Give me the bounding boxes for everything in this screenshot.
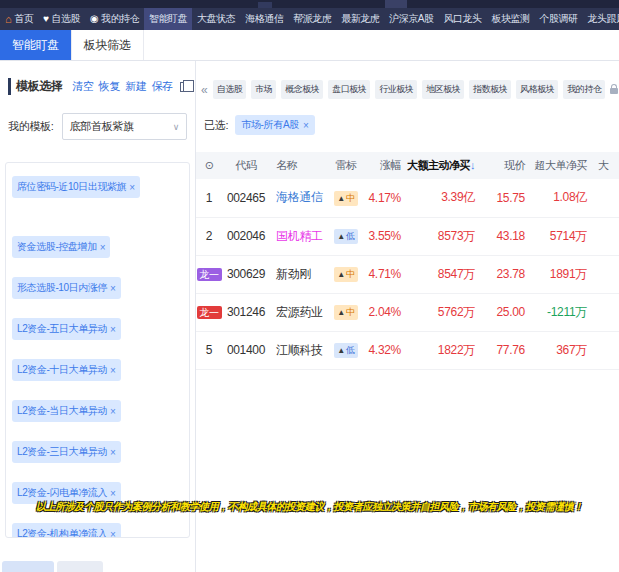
nav-label: 沪深京A股 (389, 12, 433, 26)
tag-remove-icon[interactable]: × (110, 365, 115, 376)
portfolio-icon: ◉ (90, 14, 98, 24)
tag-remove-icon[interactable]: × (110, 447, 115, 458)
template-select[interactable]: 底部首板紫旗 ∨ (62, 113, 187, 140)
table-row[interactable]: 龙一 300629 新劲刚 ▲中 4.71% 8547万 23.78 1891万 (196, 255, 619, 293)
sub-tab-bar: 智能盯盘 板块筛选 (0, 30, 619, 61)
nav-item-latest-longhu[interactable]: 最新龙虎 (336, 8, 384, 30)
market-tab-market[interactable]: 市场 (251, 80, 276, 99)
nav-item-portfolio[interactable]: ◉ 我的持仓 (85, 8, 144, 30)
risk-badge: ▲低 (334, 229, 357, 244)
nav-item-home[interactable]: ⌂ 首页 (0, 8, 38, 30)
market-tab-concept[interactable]: 概念板块 (281, 80, 323, 99)
tab-smart-monitor[interactable]: 智能盯盘 (0, 30, 72, 60)
super-net-buy: 1.08亿 (553, 190, 587, 204)
col-super-net-buy[interactable]: 超大单净买 (530, 152, 592, 179)
market-tab-style[interactable]: 风格板块 (516, 80, 558, 99)
col-price[interactable]: 现价 (480, 152, 530, 179)
my-template-label: 我的模板: (8, 119, 54, 134)
nav-label: 海格通信 (245, 12, 283, 26)
tag-label: L2资金-闪电单净流入 (17, 486, 107, 500)
tag-remove-icon[interactable]: × (129, 182, 134, 193)
nav-label: 板块监测 (492, 12, 530, 26)
big-net-buy: 3.39亿 (441, 190, 475, 204)
tag-remove-icon[interactable]: × (110, 283, 115, 294)
selected-filter-chip[interactable]: 市场-所有A股 × (235, 115, 314, 135)
filter-tag[interactable]: L2资金-五日大单异动 × (12, 318, 121, 340)
col-change[interactable]: 涨幅 (364, 152, 406, 179)
market-tab-region[interactable]: 地区板块 (422, 80, 464, 99)
filter-tag[interactable]: 席位密码-近10日出现紫旗 × (12, 176, 140, 198)
stock-code: 300629 (227, 267, 265, 281)
change-pct: 4.32% (368, 343, 401, 357)
filter-tag[interactable]: L2资金-三日大单异动 × (12, 441, 121, 463)
filter-tag[interactable]: L2资金-机构单净流入 × (12, 523, 121, 538)
risk-level: 低 (346, 230, 355, 243)
template-panel: 模板选择 清空 恢复 新建 保存 我的模板: 底部首板紫旗 ∨ 席位密码 (0, 61, 196, 572)
filter-tag[interactable]: L2资金-十日大单异动 × (12, 359, 121, 381)
price: 43.18 (496, 229, 525, 243)
bottom-tab-2[interactable] (57, 561, 103, 572)
stock-code: 002046 (227, 229, 265, 243)
price: 23.78 (496, 267, 525, 281)
col-code[interactable]: 代码 (222, 152, 270, 179)
filter-tags-box: 席位密码-近10日出现紫旗 × 资金选股-控盘增加 × 形态选股-10日内涨停 … (5, 162, 190, 538)
nav-item-watchlist[interactable]: ♥ 自选股 (38, 8, 85, 30)
col-cut[interactable]: 大 (592, 152, 619, 179)
template-actions: 清空 恢复 新建 保存 (72, 79, 189, 94)
table-row[interactable]: 龙一 301246 宏源药业 ▲中 2.04% 5762万 25.00 -121… (196, 293, 619, 331)
restore-button[interactable]: 恢复 (99, 79, 120, 94)
market-tab-my-portfolio[interactable]: 我的持仓 (563, 80, 605, 99)
warning-triangle-icon: ▲ (337, 346, 345, 355)
bottom-tab-1[interactable] (2, 561, 54, 572)
price: 77.76 (496, 343, 525, 357)
nav-item-smart-monitor[interactable]: 智能盯盘 (144, 8, 192, 30)
window-strip-mark (258, 2, 272, 8)
nav-label: 首页 (14, 12, 33, 26)
col-risk[interactable]: 雷标 (328, 152, 364, 179)
risk-level: 低 (346, 344, 355, 357)
filter-tag[interactable]: 形态选股-10日内涨停 × (12, 277, 121, 299)
clear-button[interactable]: 清空 (72, 79, 93, 94)
selected-filter-row: 已选: 市场-所有A股 × (204, 115, 619, 135)
heart-icon: ♥ (43, 14, 48, 24)
col-big-net-buy[interactable]: 大额主动净买↓ (406, 152, 480, 179)
save-button[interactable]: 保存 (152, 79, 173, 94)
table-row[interactable]: 2 002046 国机精工 ▲低 3.55% 8573万 43.18 5714万 (196, 217, 619, 255)
nav-item-market-status[interactable]: 大盘状态 (192, 8, 240, 30)
stock-code: 301246 (227, 305, 265, 319)
tag-remove-icon[interactable]: × (110, 324, 115, 335)
market-tab-watchlist[interactable]: 自选股 (213, 80, 247, 99)
market-tab-orderflow[interactable]: 盘口板块 (328, 80, 370, 99)
nav-item-gang-longhu[interactable]: 帮派龙虎 (288, 8, 336, 30)
nav-label: 最新龙虎 (341, 12, 379, 26)
table-row[interactable]: 1 002465 海格通信 ▲中 4.17% 3.39亿 15.75 1.08亿 (196, 179, 619, 217)
super-net-buy: 367万 (556, 343, 587, 357)
lock-icon (610, 88, 618, 94)
tag-remove-icon[interactable]: × (110, 406, 115, 417)
filter-tag[interactable]: L2资金-当日大单异动 × (12, 400, 121, 422)
tag-label: 形态选股-10日内涨停 (17, 281, 107, 295)
tab-sector-filter[interactable]: 板块筛选 (72, 30, 144, 60)
tag-remove-icon[interactable]: × (110, 529, 115, 539)
tag-remove-icon[interactable]: × (100, 242, 105, 253)
filter-tag[interactable]: 资金选股-控盘增加 × (12, 236, 110, 258)
nav-item-sh-sz-bj-a[interactable]: 沪深京A股 (384, 8, 438, 30)
new-button[interactable]: 新建 (125, 79, 146, 94)
nav-item-hot-leader[interactable]: 风口龙头 (439, 8, 487, 30)
nav-item-stock-research[interactable]: 个股调研 (535, 8, 583, 30)
nav-item-haige-stock[interactable]: 海格通信 (240, 8, 288, 30)
market-tab-industry[interactable]: 行业板块 (375, 80, 417, 99)
market-tab-index[interactable]: 指数板块 (469, 80, 511, 99)
rank: 2 (206, 229, 212, 243)
col-name[interactable]: 名称 (270, 152, 328, 179)
target-column-icon[interactable]: ⊙ (196, 152, 222, 179)
nav-item-sector-monitor[interactable]: 板块监测 (487, 8, 535, 30)
chip-remove-icon[interactable]: × (303, 120, 309, 131)
tag-label: 资金选股-控盘增加 (17, 240, 97, 254)
copy-template-icon[interactable] (180, 82, 189, 92)
table-row[interactable]: 5 001400 江顺科技 ▲低 4.32% 1822万 77.76 367万 (196, 331, 619, 369)
tag-label: L2资金-五日大单异动 (17, 322, 107, 336)
nav-item-leader-follow[interactable]: 龙头跟风 (583, 8, 619, 30)
collapse-panel-icon[interactable]: « (201, 83, 208, 97)
tag-remove-icon[interactable]: × (110, 488, 115, 499)
